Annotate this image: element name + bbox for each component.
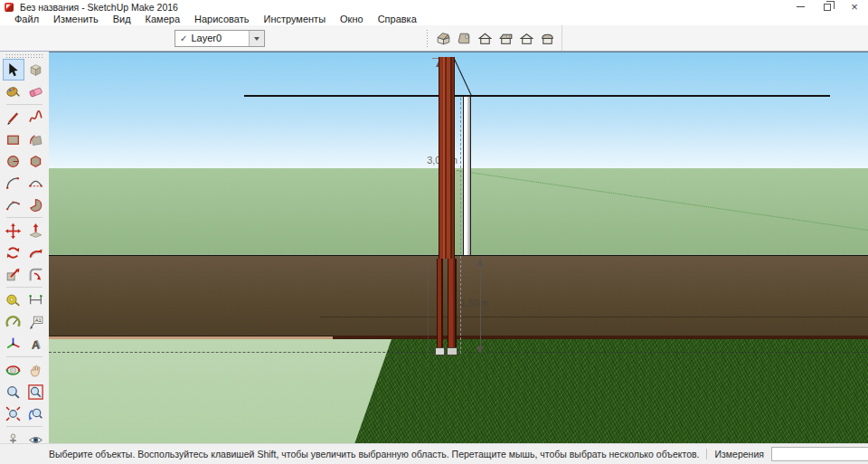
right-view-button[interactable] xyxy=(495,28,516,49)
menu-bar: Файл Изменить Вид Камера Нарисовать Инст… xyxy=(0,14,868,25)
scale-icon xyxy=(5,266,22,283)
offset-tool-button[interactable] xyxy=(25,263,47,285)
axes-tool-button[interactable] xyxy=(3,333,24,355)
layer-dropdown[interactable]: ✓ Layer0 xyxy=(175,30,265,47)
look-around-tool-button[interactable] xyxy=(25,429,47,443)
rotated-rectangle-tool-button[interactable] xyxy=(25,128,47,150)
three-point-arc-tool-button[interactable] xyxy=(3,194,24,215)
menu-file[interactable]: Файл xyxy=(7,14,46,25)
circle-tool-button[interactable] xyxy=(3,150,24,172)
rectangle-tool-button[interactable] xyxy=(3,128,24,150)
tape-measure-tool-button[interactable] xyxy=(3,289,24,311)
soil-cross-section xyxy=(49,255,868,336)
menu-window[interactable]: Окно xyxy=(333,14,371,25)
red-post-buried-leg-right xyxy=(448,259,457,352)
pie-tool-button[interactable] xyxy=(25,194,47,215)
freehand-tool-button[interactable] xyxy=(25,107,47,128)
right-view-icon xyxy=(497,30,514,47)
divider xyxy=(6,104,42,105)
sketchup-window: Без названия - SketchUp Make 2016 × Файл… xyxy=(0,0,868,464)
soil-seam-line xyxy=(320,317,868,317)
zoom-window-tool-button[interactable] xyxy=(25,381,47,402)
text-icon: A1 xyxy=(27,314,44,331)
scale-tool-button[interactable] xyxy=(3,263,24,285)
paint-bucket-icon xyxy=(5,83,22,100)
move-tool-button[interactable] xyxy=(3,220,24,241)
menu-view[interactable]: Вид xyxy=(106,14,138,25)
rotated-rectangle-icon xyxy=(27,131,44,148)
select-icon xyxy=(5,62,22,79)
paint-bucket-tool-button[interactable] xyxy=(3,80,24,102)
hidden-edge-dashed-line xyxy=(49,352,868,353)
iso-view-icon xyxy=(435,30,452,47)
iso-view-button[interactable] xyxy=(433,28,454,49)
top-view-button[interactable] xyxy=(454,28,475,49)
depth-dimension-label: 1,50m xyxy=(460,298,488,308)
red-post-buried-leg-left xyxy=(437,259,443,352)
measurements-input[interactable] xyxy=(771,447,868,461)
pie-icon xyxy=(27,196,44,213)
zoom-extents-tool-button[interactable] xyxy=(3,402,24,424)
chevron-down-icon[interactable] xyxy=(249,31,264,46)
svg-text:A: A xyxy=(32,338,40,351)
menu-tools[interactable]: Инструменты xyxy=(256,14,333,25)
arc-tool-button[interactable] xyxy=(3,172,24,194)
svg-text:A1: A1 xyxy=(35,317,42,323)
menu-draw[interactable]: Нарисовать xyxy=(187,14,256,25)
three-point-arc-icon xyxy=(5,196,22,213)
menu-edit[interactable]: Изменить xyxy=(46,14,106,25)
left-view-button[interactable] xyxy=(537,28,558,49)
make-component-tool-button[interactable] xyxy=(25,59,47,80)
large-tool-set: A1 AA xyxy=(0,52,49,443)
left-view-icon xyxy=(539,30,556,47)
divider xyxy=(6,356,42,357)
front-view-button[interactable] xyxy=(475,28,495,49)
menu-camera[interactable]: Камера xyxy=(138,14,187,25)
depth-dimension-arrow-down xyxy=(476,346,484,357)
divider xyxy=(6,287,42,288)
status-bar: Выберите объекты. Воспользуйтесь клавише… xyxy=(0,443,868,464)
rotate-tool-button[interactable] xyxy=(3,241,24,263)
dimension-tool-button[interactable] xyxy=(25,289,47,311)
push-pull-icon xyxy=(27,223,44,240)
push-pull-tool-button[interactable] xyxy=(25,220,47,241)
minimize-icon xyxy=(797,6,805,7)
divider xyxy=(706,449,707,459)
make-component-icon xyxy=(27,62,44,79)
orbit-tool-button[interactable] xyxy=(3,359,24,381)
three-d-text-tool-button[interactable]: AA xyxy=(25,333,47,355)
follow-me-tool-button[interactable] xyxy=(25,241,47,263)
line-icon xyxy=(5,109,22,127)
sketchup-logo-icon xyxy=(5,3,14,12)
eraser-tool-button[interactable] xyxy=(25,80,47,102)
white-post xyxy=(463,96,471,256)
follow-me-icon xyxy=(27,244,44,261)
divider xyxy=(6,426,42,427)
viewport-canvas[interactable]: 3,00 m 1,50m xyxy=(49,52,868,443)
polygon-tool-button[interactable] xyxy=(25,150,47,172)
eraser-icon xyxy=(27,83,44,100)
close-button[interactable]: × xyxy=(841,0,868,14)
depth-dimension-arrow-up xyxy=(476,255,484,266)
guide-line xyxy=(428,259,429,352)
zoom-previous-tool-button[interactable] xyxy=(25,402,47,424)
text-tool-button[interactable]: A1 xyxy=(25,311,47,333)
position-camera-tool-button[interactable] xyxy=(3,429,24,443)
select-tool-button[interactable] xyxy=(3,59,24,80)
zoom-tool-button[interactable] xyxy=(3,381,24,402)
two-point-arc-tool-button[interactable] xyxy=(25,172,47,194)
toolbar-grip[interactable] xyxy=(5,53,43,58)
post-base-plate xyxy=(447,347,458,355)
line-tool-button[interactable] xyxy=(3,107,24,128)
axes-icon xyxy=(5,336,22,353)
toolbar-grip[interactable] xyxy=(426,29,429,47)
protractor-icon xyxy=(5,314,22,331)
restore-button[interactable] xyxy=(814,0,841,14)
back-view-button[interactable] xyxy=(516,28,537,49)
depth-dimension-line xyxy=(480,257,481,352)
protractor-tool-button[interactable] xyxy=(3,311,24,333)
minimize-button[interactable] xyxy=(787,0,814,14)
pan-tool-button[interactable] xyxy=(25,359,47,381)
menu-help[interactable]: Справка xyxy=(371,14,424,25)
offset-icon xyxy=(27,266,44,283)
